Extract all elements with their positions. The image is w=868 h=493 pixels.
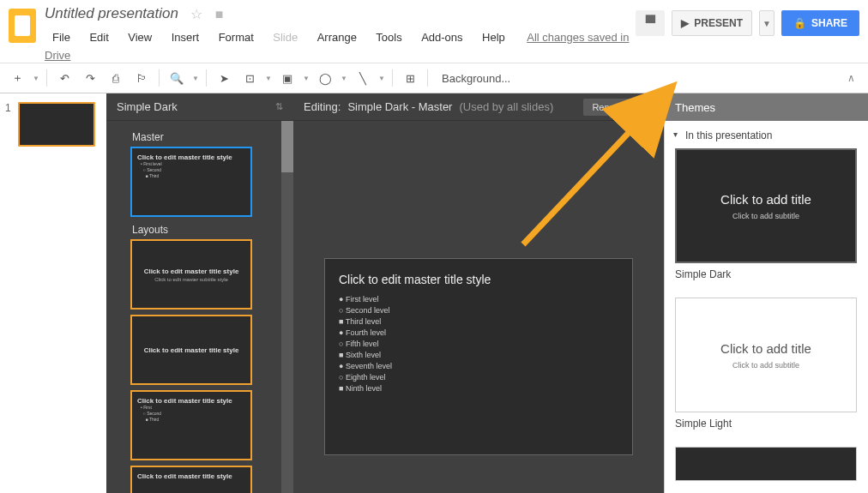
zoom-button[interactable]: 🔍 [165, 67, 189, 89]
background-button[interactable]: Background... [433, 72, 519, 85]
line-tool[interactable]: ╲ [351, 67, 375, 89]
menu-tools[interactable]: Tools [368, 27, 409, 47]
master-section-label: Master [132, 131, 286, 143]
layout-thumb-title: Click to edit master title style [144, 346, 239, 354]
share-label: SHARE [811, 17, 847, 29]
themes-header: Themes [665, 93, 868, 121]
level-6: Sixth level [339, 351, 618, 359]
menu-slide: Slide [265, 27, 305, 47]
menu-edit[interactable]: Edit [81, 27, 116, 47]
editor-used-by: (Used by all slides) [459, 100, 553, 113]
master-panel: Simple Dark ⇅ Master Click to edit maste… [106, 93, 293, 493]
layout-thumb-2[interactable]: Click to edit master title style [132, 316, 250, 383]
level-2: Second level [339, 306, 618, 315]
level-7: Seventh level [339, 362, 618, 370]
new-slide-button[interactable]: ＋ [5, 67, 29, 89]
toolbar: ＋ ▼ ↶ ↷ ⎙ 🏳 🔍 ▼ ➤ ⊡ ▼ ▣ ▼ ◯ ▼ ╲ ▼ ⊞ Back… [0, 63, 868, 93]
share-button[interactable]: 🔒 SHARE [781, 10, 859, 36]
theme-name: Simple Dark [675, 263, 857, 292]
shape-dropdown[interactable]: ▼ [339, 67, 349, 89]
theme-preview-sub: Click to add subtitle [732, 361, 799, 370]
level-3: Third level [339, 317, 618, 326]
app-header: Untitled presentation ☆ ■ File Edit View… [0, 0, 868, 63]
layout-thumb-sub: Click to edit master subtitle style [154, 277, 228, 282]
theme-preview-sub: Click to add subtitle [732, 212, 799, 220]
master-scrollbar[interactable] [281, 121, 293, 493]
editor-theme-name: Simple Dark - Master [347, 100, 452, 113]
zoom-dropdown[interactable]: ▼ [190, 67, 201, 89]
folder-icon[interactable]: ■ [215, 7, 224, 22]
line-dropdown[interactable]: ▼ [377, 67, 387, 89]
theme-preview-title: Click to add title [720, 192, 811, 207]
master-thumb[interactable]: Click to edit master title style • First… [132, 148, 250, 215]
slide-thumbnail[interactable] [18, 102, 95, 147]
toolbar-collapse[interactable]: ∧ [839, 67, 863, 89]
slide-title-placeholder[interactable]: Click to edit master title style [339, 273, 618, 286]
present-button[interactable]: ▶ PRESENT [672, 10, 752, 36]
close-editor-icon[interactable]: ✕ [643, 100, 654, 114]
paint-format-button[interactable]: 🏳 [130, 67, 154, 89]
doc-title[interactable]: Untitled presentation [45, 5, 178, 22]
present-label: PRESENT [694, 17, 743, 29]
level-1: First level [339, 295, 618, 304]
editor-panel: Editing: Simple Dark - Master (Used by a… [293, 93, 664, 493]
redo-button[interactable]: ↷ [78, 67, 102, 89]
master-thumb-title: Click to edit master title style [137, 153, 245, 161]
themes-section-label[interactable]: In this presentation [665, 121, 868, 148]
layout-thumb-3[interactable]: Click to edit master title style • First… [132, 392, 250, 459]
theme-card-3[interactable] [675, 447, 857, 481]
menu-bar: File Edit View Insert Format Slide Arran… [45, 27, 636, 63]
theme-name: Simple Light [675, 412, 857, 442]
slide-body-placeholder[interactable]: First level Second level Third level Fou… [339, 295, 618, 393]
layout-thumb-title: Click to edit master title style [137, 472, 245, 480]
new-slide-dropdown[interactable]: ▼ [31, 67, 41, 89]
star-icon[interactable]: ☆ [190, 6, 202, 22]
layouts-section-label: Layouts [132, 224, 286, 236]
textbox-tool[interactable]: ⊡ [238, 67, 262, 89]
layout-thumb-title: Click to edit master title style [137, 397, 245, 405]
shape-tool[interactable]: ◯ [313, 67, 337, 89]
master-slide-canvas[interactable]: Click to edit master title style First l… [324, 258, 633, 455]
theme-card-dark[interactable]: Click to add title Click to add subtitle… [675, 148, 857, 292]
image-tool[interactable]: ▣ [275, 67, 299, 89]
menu-view[interactable]: View [120, 27, 160, 47]
menu-insert[interactable]: Insert [164, 27, 208, 47]
theme-card-light[interactable]: Click to add title Click to add subtitle… [675, 298, 857, 442]
insert-placeholder-button[interactable]: ⊞ [398, 67, 422, 89]
slide-number: 1 [5, 102, 11, 114]
themes-panel: Themes In this presentation Click to add… [664, 93, 868, 493]
master-panel-title: Simple Dark [117, 100, 178, 113]
menu-arrange[interactable]: Arrange [310, 27, 365, 47]
app-logo [9, 9, 36, 43]
layout-thumb-4[interactable]: Click to edit master title style [132, 467, 250, 493]
select-tool[interactable]: ➤ [212, 67, 236, 89]
rename-button[interactable]: Rename [583, 99, 636, 116]
menu-format[interactable]: Format [211, 27, 262, 47]
present-dropdown[interactable]: ▼ [759, 10, 775, 36]
textbox-dropdown[interactable]: ▼ [263, 67, 274, 89]
image-dropdown[interactable]: ▼ [301, 67, 311, 89]
master-sort-icon[interactable]: ⇅ [275, 101, 283, 112]
level-8: Eighth level [339, 373, 618, 382]
menu-file[interactable]: File [45, 27, 78, 47]
menu-help[interactable]: Help [474, 27, 513, 47]
level-5: Fifth level [339, 340, 618, 348]
layout-thumb-title: Click to edit master title style [144, 268, 239, 275]
menu-addons[interactable]: Add-ons [413, 27, 470, 47]
filmstrip: 1 [0, 93, 106, 493]
level-9: Ninth level [339, 384, 618, 393]
print-button[interactable]: ⎙ [104, 67, 128, 89]
comments-icon[interactable]: ▀ [636, 10, 665, 36]
layout-thumb-1[interactable]: Click to edit master title style Click t… [132, 241, 250, 308]
undo-button[interactable]: ↶ [52, 67, 76, 89]
editor-prefix: Editing: [304, 100, 341, 113]
theme-preview-title: Click to add title [720, 341, 811, 356]
level-4: Fourth level [339, 328, 618, 337]
